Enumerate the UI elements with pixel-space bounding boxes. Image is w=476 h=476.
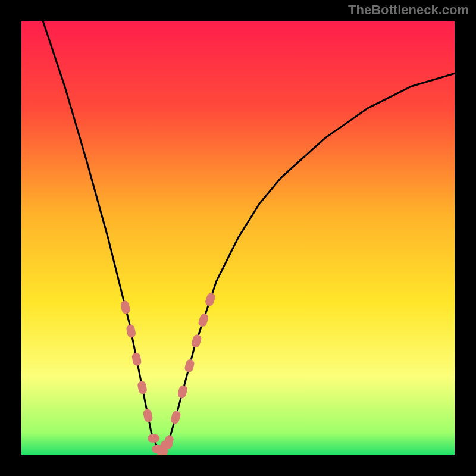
watermark-text: TheBottleneck.com [348, 2, 469, 18]
bottleneck-chart [21, 21, 455, 455]
dot-segment [161, 441, 173, 449]
dot-segment [148, 434, 159, 443]
chart-svg [21, 21, 455, 455]
